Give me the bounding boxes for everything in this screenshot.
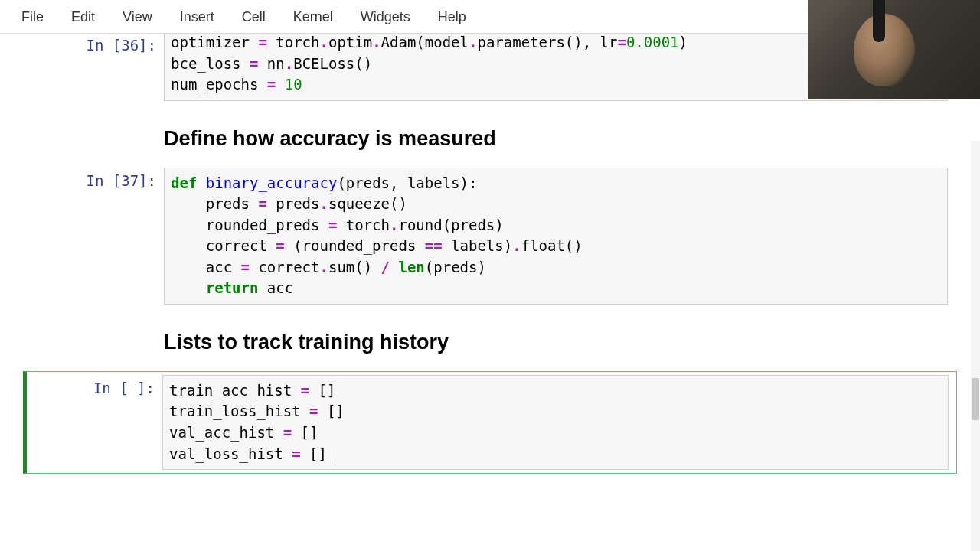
code-op: . bbox=[469, 34, 477, 51]
code-op: . bbox=[512, 237, 521, 254]
code-kw: def bbox=[171, 174, 197, 191]
cell-prompt bbox=[11, 127, 164, 151]
scrollbar-track[interactable] bbox=[971, 141, 980, 551]
menu-insert[interactable]: Insert bbox=[166, 0, 228, 34]
code-text: BCELoss() bbox=[293, 55, 372, 72]
markdown-cell[interactable]: Lists to track training history bbox=[0, 308, 980, 368]
code-text: train_acc_hist bbox=[169, 382, 301, 399]
code-text: optimizer bbox=[171, 34, 258, 51]
cell-prompt bbox=[11, 331, 164, 354]
code-op: = bbox=[276, 237, 284, 254]
code-text: optim bbox=[328, 34, 372, 51]
code-text: [] bbox=[292, 424, 318, 441]
code-op: = bbox=[617, 34, 626, 51]
code-text: labels) bbox=[443, 237, 513, 254]
code-cell-active[interactable]: In [ ]: train_acc_hist = [] train_loss_h… bbox=[23, 371, 957, 474]
menu-kernel[interactable]: Kernel bbox=[279, 0, 347, 34]
code-fn: binary_accuracy bbox=[206, 174, 338, 191]
code-cell-37[interactable]: In [37]: def binary_accuracy(preds, labe… bbox=[0, 165, 980, 308]
code-builtin: len bbox=[398, 259, 424, 276]
code-text: (preds, labels): bbox=[337, 174, 477, 191]
code-op: / bbox=[381, 259, 390, 276]
code-op: == bbox=[425, 237, 443, 254]
code-op: = bbox=[301, 382, 309, 399]
code-op: = bbox=[309, 403, 318, 419]
markdown-heading: Lists to track training history bbox=[164, 331, 449, 354]
webcam-overlay bbox=[808, 0, 980, 99]
code-text: correct bbox=[171, 237, 276, 254]
code-text: Adam(model bbox=[381, 34, 469, 51]
markdown-heading: Define how accuracy is measured bbox=[164, 127, 496, 151]
cell-prompt: In [ ]: bbox=[27, 375, 162, 470]
cell-prompt: In [37]: bbox=[11, 168, 164, 305]
code-text: torch bbox=[337, 217, 390, 233]
code-text: [] bbox=[301, 445, 327, 462]
code-op: = bbox=[258, 34, 266, 51]
code-op: . bbox=[319, 259, 328, 276]
text-cursor bbox=[335, 447, 335, 462]
code-text: acc bbox=[258, 279, 293, 296]
menu-edit[interactable]: Edit bbox=[57, 0, 109, 34]
code-op: = bbox=[328, 217, 337, 233]
code-input[interactable]: def binary_accuracy(preds, labels): pred… bbox=[164, 168, 948, 305]
notebook-area: In [36]: optimizer = torch.optim.Adam(mo… bbox=[0, 34, 980, 551]
code-text: torch bbox=[267, 34, 320, 51]
code-op: . bbox=[319, 195, 328, 212]
code-text: bce_loss bbox=[171, 55, 250, 72]
code-text: train_loss_hist bbox=[169, 403, 309, 419]
menu-view[interactable]: View bbox=[109, 0, 166, 34]
code-text bbox=[390, 259, 398, 276]
code-text: round(preds) bbox=[398, 217, 503, 233]
code-op: = bbox=[267, 76, 276, 93]
code-kw: return bbox=[206, 279, 259, 296]
code-op: . bbox=[390, 217, 398, 233]
code-text: (preds) bbox=[425, 259, 486, 276]
code-text: rounded_preds bbox=[171, 217, 328, 233]
code-op: = bbox=[292, 445, 300, 462]
menu-help[interactable]: Help bbox=[424, 0, 480, 34]
code-text bbox=[171, 279, 206, 296]
code-op: = bbox=[283, 424, 292, 441]
code-text: ) bbox=[679, 34, 688, 51]
code-text bbox=[276, 76, 284, 93]
code-text: [] bbox=[309, 382, 335, 399]
code-num: 0.0001 bbox=[626, 34, 679, 51]
menu-file[interactable]: File bbox=[8, 0, 57, 34]
markdown-cell[interactable]: Define how accuracy is measured bbox=[0, 104, 980, 165]
code-text: num_epochs bbox=[171, 76, 267, 93]
menu-widgets[interactable]: Widgets bbox=[347, 0, 424, 34]
code-text: parameters(), lr bbox=[477, 34, 617, 51]
code-input[interactable]: train_acc_hist = [] train_loss_hist = []… bbox=[162, 375, 949, 470]
code-op: . bbox=[372, 34, 381, 51]
code-num: 10 bbox=[285, 76, 302, 93]
code-text: nn bbox=[258, 55, 284, 72]
code-text bbox=[197, 174, 205, 191]
code-text: float() bbox=[521, 237, 583, 254]
code-op: . bbox=[285, 55, 293, 72]
scrollbar-thumb[interactable] bbox=[972, 378, 979, 420]
code-text: [] bbox=[318, 403, 344, 419]
cell-prompt: In [36]: bbox=[11, 34, 164, 101]
code-op: = bbox=[250, 55, 258, 72]
code-text: preds bbox=[267, 195, 320, 212]
code-text: correct bbox=[250, 259, 320, 276]
code-op: = bbox=[241, 259, 250, 276]
code-text: (rounded_preds bbox=[285, 237, 425, 254]
code-text: squeeze() bbox=[328, 195, 407, 212]
code-text: sum() bbox=[328, 259, 381, 276]
menu-cell[interactable]: Cell bbox=[228, 0, 279, 34]
code-text: val_acc_hist bbox=[169, 424, 283, 441]
code-text: val_loss_hist bbox=[169, 445, 292, 462]
code-op: = bbox=[258, 195, 266, 212]
code-op: . bbox=[319, 34, 328, 51]
code-text: preds bbox=[171, 195, 258, 212]
code-text: acc bbox=[171, 259, 241, 276]
